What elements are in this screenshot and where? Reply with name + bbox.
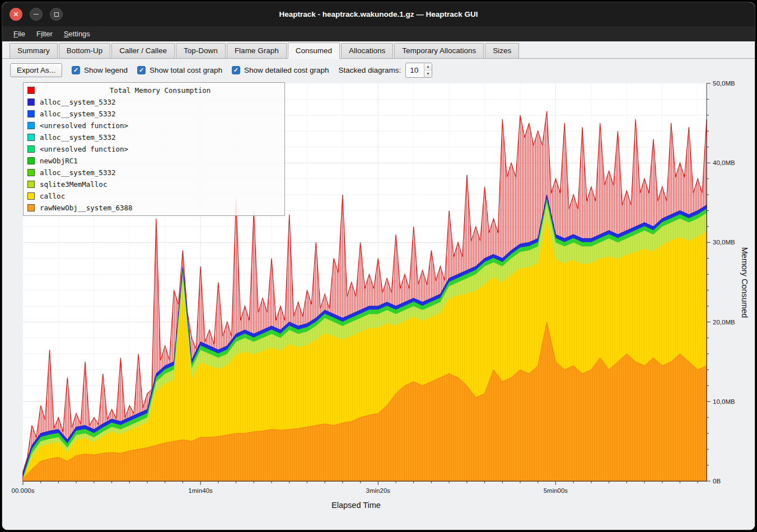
legend-swatch — [27, 157, 35, 164]
stacked-diagrams-value[interactable]: 10 — [406, 63, 424, 77]
legend-item: alloc__system_5332 — [26, 131, 282, 143]
legend-label: alloc__system_5332 — [40, 133, 115, 142]
svg-text:30,0MB: 30,0MB — [713, 239, 735, 246]
export-as-button[interactable]: Export As... — [10, 63, 62, 77]
checkbox-icon: ✓ — [72, 66, 80, 74]
stacked-diagrams-spinbox[interactable]: 10 ▲ ▼ — [405, 63, 432, 78]
window-controls: ✕ — [10, 2, 63, 26]
maximize-icon — [54, 12, 59, 17]
close-button[interactable]: ✕ — [10, 8, 22, 21]
minimize-button[interactable] — [30, 8, 43, 21]
tab-flame-graph[interactable]: Flame Graph — [227, 43, 287, 58]
svg-text:10,0MB: 10,0MB — [713, 398, 735, 405]
tab-bar: SummaryBottom-UpCaller / CalleeTop-DownF… — [2, 41, 755, 59]
legend-label: rawNewObj__system_6388 — [40, 204, 133, 212]
svg-text:0B: 0B — [713, 478, 721, 484]
tab-bottom-up[interactable]: Bottom-Up — [59, 43, 111, 58]
checkbox-icon: ✓ — [232, 66, 240, 74]
spin-up-button[interactable]: ▲ — [424, 63, 431, 70]
menu-bar: FileFilterSettings — [2, 26, 755, 41]
legend-swatch — [27, 122, 35, 129]
svg-text:00.000s: 00.000s — [12, 487, 35, 494]
legend-label: alloc__system_5332 — [40, 110, 115, 118]
maximize-button[interactable] — [50, 8, 63, 21]
legend-item: alloc__system_5332 — [26, 167, 282, 178]
legend-items: alloc__system_5332alloc__system_5332<unr… — [26, 96, 282, 214]
svg-text:5min00s: 5min00s — [544, 487, 568, 494]
legend-label: sqlite3MemMalloc — [40, 180, 107, 189]
stacked-diagrams-label: Stacked diagrams: — [339, 66, 401, 74]
legend-item: newObjRC1 — [26, 155, 282, 167]
legend-swatch — [27, 192, 35, 200]
legend-swatch — [27, 169, 35, 176]
svg-text:3min20s: 3min20s — [366, 487, 391, 494]
toolbar: Export As... ✓Show legend✓Show total cos… — [2, 59, 755, 81]
heaptrack-window: ✕ Heaptrack - heaptrack.wakunode.1.gz — … — [2, 2, 755, 530]
checkbox-show-detailed-cost-graph[interactable]: ✓Show detailed cost graph — [232, 66, 329, 74]
legend-item: calloc — [26, 190, 282, 202]
legend-label: alloc__system_5332 — [40, 168, 115, 177]
checkbox-icon: ✓ — [137, 66, 146, 74]
minimize-icon — [34, 14, 39, 15]
legend-item: rawNewObj__system_6388 — [26, 202, 282, 214]
legend-swatch — [27, 204, 35, 211]
checkbox-label: Show legend — [84, 66, 128, 74]
menu-filter[interactable]: Filter — [31, 27, 58, 40]
menu-file[interactable]: File — [8, 27, 31, 40]
legend-item: sqlite3MemMalloc — [26, 178, 282, 190]
menu-settings[interactable]: Settings — [58, 27, 96, 40]
legend-swatch — [27, 134, 35, 141]
legend-swatch — [27, 181, 35, 188]
legend-item: <unresolved function> — [26, 120, 282, 131]
legend-swatch — [27, 145, 35, 153]
chart-area[interactable]: 0B10,0MB20,0MB30,0MB40,0MB50,0MB00.000s1… — [2, 81, 755, 530]
legend-item: <unresolved function> — [26, 143, 282, 155]
checkbox-show-legend[interactable]: ✓Show legend — [72, 66, 128, 74]
tab-sizes[interactable]: Sizes — [485, 43, 519, 58]
svg-text:40,0MB: 40,0MB — [713, 159, 735, 166]
checkbox-label: Show total cost graph — [149, 66, 222, 74]
legend-label: newObjRC1 — [40, 157, 78, 165]
tab-summary[interactable]: Summary — [10, 43, 58, 58]
legend-label: calloc — [40, 192, 65, 200]
tab-top-down[interactable]: Top-Down — [176, 43, 226, 58]
legend-title-row: Total Memory Consumption — [26, 84, 282, 96]
svg-text:20,0MB: 20,0MB — [713, 319, 735, 326]
legend-title: Total Memory Consumption — [40, 86, 281, 95]
checkbox-show-total-cost-graph[interactable]: ✓Show total cost graph — [137, 66, 222, 74]
legend-item: alloc__system_5332 — [26, 96, 282, 108]
y-axis-ticks: 0B10,0MB20,0MB30,0MB40,0MB50,0MB — [707, 81, 735, 484]
tab-consumed[interactable]: Consumed — [288, 43, 340, 59]
legend-label: alloc__system_5332 — [40, 98, 115, 106]
x-axis-label: Elapsed Time — [2, 501, 710, 510]
spinner-buttons: ▲ ▼ — [424, 63, 431, 77]
legend-swatch — [27, 110, 35, 117]
total-series-swatch — [27, 87, 35, 94]
x-axis-ticks: 00.000s1min40s3min20s5min00s — [12, 481, 698, 494]
stacked-diagrams-control: Stacked diagrams: 10 ▲ ▼ — [339, 63, 432, 78]
tab-caller-callee[interactable]: Caller / Callee — [111, 43, 175, 58]
legend-label: <unresolved function> — [40, 145, 128, 153]
spin-down-button[interactable]: ▼ — [424, 70, 431, 77]
chart-legend: Total Memory Consumption alloc__system_5… — [23, 82, 285, 216]
y-axis-label: Memory Consumed — [740, 247, 749, 318]
titlebar: ✕ Heaptrack - heaptrack.wakunode.1.gz — … — [2, 2, 755, 26]
window-title: Heaptrack - heaptrack.wakunode.1.gz — He… — [2, 10, 755, 18]
legend-item: alloc__system_5332 — [26, 108, 282, 120]
svg-text:1min40s: 1min40s — [188, 487, 213, 494]
checkbox-label: Show detailed cost graph — [244, 66, 329, 74]
tab-temporary-allocations[interactable]: Temporary Allocations — [394, 43, 484, 58]
close-icon: ✕ — [13, 11, 19, 18]
toolbar-checkboxes: ✓Show legend✓Show total cost graph✓Show … — [72, 66, 329, 74]
legend-label: <unresolved function> — [40, 121, 128, 130]
legend-swatch — [27, 98, 35, 106]
svg-text:50,0MB: 50,0MB — [713, 81, 735, 87]
tab-allocations[interactable]: Allocations — [341, 43, 393, 58]
